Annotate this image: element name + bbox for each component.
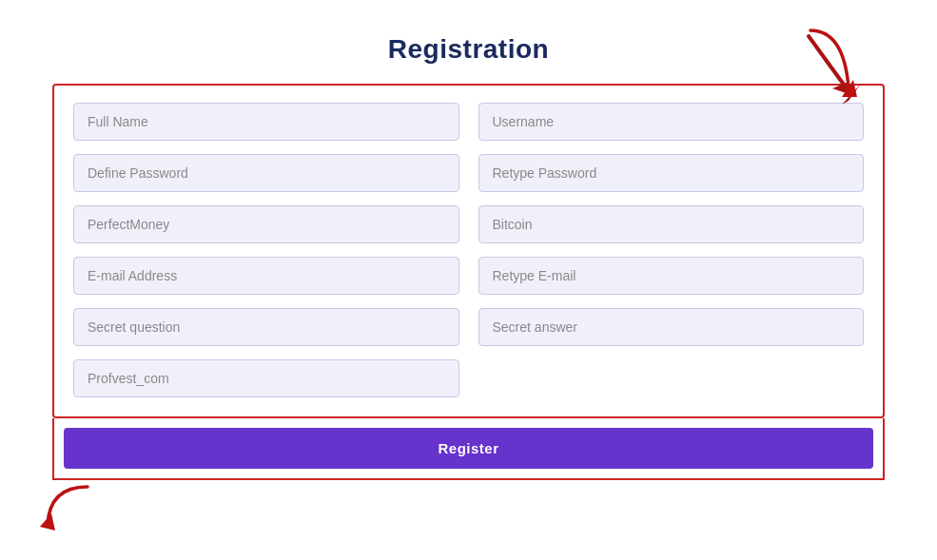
full-name-input[interactable] [73,103,459,141]
email-address-input[interactable] [73,257,459,295]
secret-answer-input[interactable] [478,308,865,346]
define-password-input[interactable] [73,154,459,192]
bitcoin-input[interactable] [478,205,865,243]
secret-question-input[interactable] [73,308,459,346]
arrow-top-right-decorated-icon [796,21,872,116]
form-grid [73,103,864,397]
register-button[interactable]: Register [64,428,873,469]
retype-email-input[interactable] [478,257,865,295]
register-button-container: Register [52,418,885,480]
arrow-bottom-left-icon [30,477,97,539]
profvest-input[interactable] [73,359,459,397]
retype-password-input[interactable] [478,154,865,192]
perfect-money-input[interactable] [73,205,459,243]
registration-form-container [52,84,885,418]
